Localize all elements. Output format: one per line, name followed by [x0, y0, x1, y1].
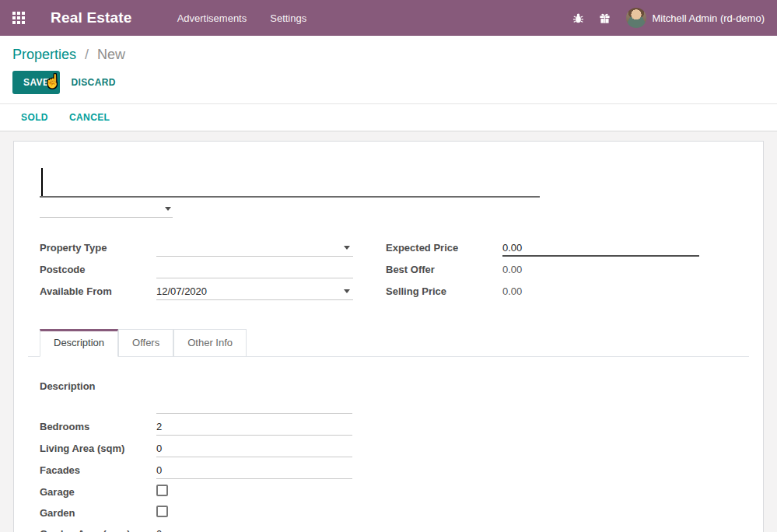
property-type-select[interactable] [156, 240, 353, 257]
chevron-down-icon [165, 207, 171, 211]
expected-price-label: Expected Price [386, 240, 502, 257]
selling-price-value: 0.00 [502, 283, 699, 300]
living-area-value: 0 [156, 443, 162, 454]
breadcrumb: Properties / New [0, 36, 777, 63]
bedrooms-value: 2 [156, 421, 162, 432]
tab-other-info[interactable]: Other Info [173, 329, 247, 356]
description-label: Description [40, 379, 156, 414]
selling-price-label: Selling Price [386, 283, 502, 300]
facades-label: Facades [40, 463, 156, 479]
field-row-postcode: Postcode [40, 261, 353, 278]
left-field-group: Property Type Postcode Available From [40, 240, 353, 305]
expected-price-value: 0.00 [502, 242, 522, 254]
form-sheet: Property Type Postcode Available From [13, 141, 764, 532]
field-row-description: Description [40, 379, 749, 414]
form-statusbar: SOLD CANCEL [0, 103, 777, 131]
bug-icon[interactable] [565, 11, 592, 25]
chevron-down-icon [344, 289, 350, 293]
best-offer-value: 0.00 [502, 261, 699, 278]
field-columns: Property Type Postcode Available From [40, 240, 749, 305]
user-name[interactable]: Mitchell Admin (rd-demo) [653, 12, 765, 24]
field-row-garage: Garage [40, 485, 749, 498]
discard-button[interactable]: DISCARD [71, 77, 115, 88]
field-row-selling-price: Selling Price 0.00 [386, 283, 699, 300]
property-subtitle-select[interactable] [40, 198, 173, 218]
save-button[interactable]: SAVE [12, 71, 60, 94]
field-row-living-area: Living Area (sqm) 0 [40, 441, 749, 457]
available-from-value: 12/07/2020 [156, 285, 207, 297]
menu-item-advertisements[interactable]: Advertisements [176, 9, 249, 27]
living-area-input[interactable]: 0 [156, 441, 352, 457]
tab-offers[interactable]: Offers [118, 329, 173, 356]
breadcrumb-properties-link[interactable]: Properties [12, 47, 76, 62]
property-name-input[interactable] [40, 165, 540, 198]
bedrooms-label: Bedrooms [40, 419, 156, 436]
title-block [40, 165, 749, 218]
facades-input[interactable]: 0 [156, 463, 352, 479]
description-tab-content: Description Bedrooms 2 Living Area (sqm)… [28, 357, 749, 532]
garden-label: Garden [40, 506, 156, 519]
form-action-bar: SAVE DISCARD ☝ [0, 63, 777, 103]
main-menu: Advertisements Settings [176, 9, 309, 27]
field-row-facades: Facades 0 [40, 463, 749, 479]
postcode-label: Postcode [40, 261, 156, 278]
menu-item-settings[interactable]: Settings [268, 9, 308, 27]
field-row-property-type: Property Type [40, 240, 353, 257]
navbar-right: Mitchell Admin (rd-demo) [565, 8, 765, 28]
notebook-tabbar: Description Offers Other Info [28, 329, 749, 357]
form-view-background: Property Type Postcode Available From [0, 131, 777, 532]
user-avatar[interactable] [626, 8, 646, 28]
sold-button[interactable]: SOLD [21, 112, 48, 123]
tab-description[interactable]: Description [40, 329, 118, 357]
cancel-button[interactable]: CANCEL [69, 112, 110, 123]
gift-icon[interactable] [592, 11, 618, 25]
garden-checkbox[interactable] [156, 506, 168, 517]
breadcrumb-separator: / [85, 47, 89, 62]
living-area-label: Living Area (sqm) [40, 441, 156, 457]
postcode-input[interactable] [156, 261, 353, 278]
field-row-garden-area: Garden Area (sqm) 0 [40, 527, 749, 532]
garden-area-input[interactable]: 0 [156, 527, 352, 532]
description-textarea[interactable] [156, 379, 352, 414]
best-offer-label: Best Offer [386, 261, 502, 278]
field-row-bedrooms: Bedrooms 2 [40, 419, 749, 436]
field-row-expected-price: Expected Price 0.00 [386, 240, 699, 257]
available-from-label: Available From [40, 283, 156, 300]
field-row-available-from: Available From 12/07/2020 [40, 283, 353, 300]
garage-checkbox[interactable] [156, 485, 168, 496]
top-navbar: Real Estate Advertisements Settings [0, 0, 777, 36]
expected-price-input[interactable]: 0.00 [502, 240, 699, 257]
available-from-date-input[interactable]: 12/07/2020 [156, 283, 353, 300]
apps-menu-icon[interactable] [12, 12, 25, 24]
text-cursor [41, 168, 43, 196]
chevron-down-icon [344, 246, 350, 250]
app-title[interactable]: Real Estate [51, 9, 132, 26]
garage-label: Garage [40, 485, 156, 498]
breadcrumb-current: New [97, 47, 125, 62]
garden-area-label: Garden Area (sqm) [40, 527, 156, 532]
field-row-garden: Garden [40, 506, 749, 519]
bedrooms-input[interactable]: 2 [156, 419, 352, 436]
garden-area-value: 0 [156, 528, 162, 532]
right-field-group: Expected Price 0.00 Best Offer 0.00 Sell… [386, 240, 699, 305]
field-row-best-offer: Best Offer 0.00 [386, 261, 699, 278]
facades-value: 0 [156, 464, 162, 476]
property-type-label: Property Type [40, 240, 156, 257]
